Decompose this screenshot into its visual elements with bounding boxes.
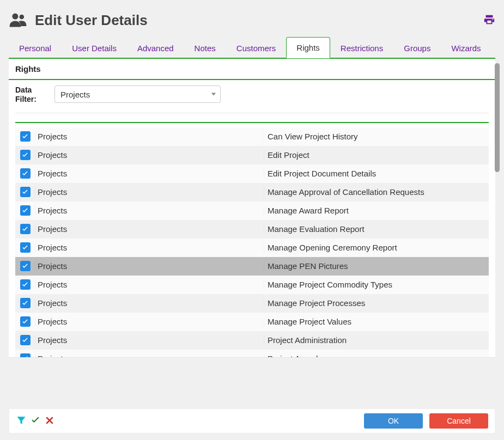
rights-checkbox[interactable]	[20, 242, 31, 253]
rights-category: Projects	[35, 335, 264, 345]
rights-name: Manage Project Commodity Types	[264, 280, 489, 289]
filter-icon[interactable]	[16, 415, 27, 427]
tab-restrictions[interactable]: Restrictions	[330, 38, 393, 58]
page-title: Edit User Details	[35, 12, 148, 29]
rights-name: Manage PEN Pictures	[264, 261, 489, 271]
rights-row[interactable]: ProjectsProject Administration	[15, 331, 489, 350]
tab-customers[interactable]: Customers	[226, 38, 287, 58]
rights-checkbox[interactable]	[20, 353, 31, 357]
rights-name: Edit Project	[264, 150, 489, 160]
rights-row[interactable]: ProjectsManage PEN Pictures	[15, 257, 489, 276]
rights-checkbox[interactable]	[20, 168, 31, 179]
rights-name: Manage Award Report	[264, 206, 489, 215]
print-button[interactable]	[483, 14, 495, 27]
rights-category: Projects	[35, 354, 264, 357]
panel-scroll-thumb[interactable]	[495, 63, 500, 172]
rights-table[interactable]: ProjectsCan View Project HistoryProjects…	[15, 123, 489, 357]
data-filter-value: Projects	[60, 90, 90, 99]
rights-row[interactable]: ProjectsManage Award Report	[15, 201, 489, 220]
rights-name: Can View Project History	[264, 132, 489, 141]
rights-checkbox[interactable]	[20, 205, 31, 216]
rights-checkbox[interactable]	[20, 261, 31, 271]
svg-point-1	[20, 15, 25, 20]
rights-name: Project Administration	[264, 335, 489, 345]
chevron-down-icon	[211, 93, 216, 96]
rights-row[interactable]: ProjectsManage Evaluation Report	[15, 220, 489, 239]
rights-category: Projects	[35, 169, 264, 178]
page-header: Edit User Details	[9, 9, 495, 36]
rights-category: Projects	[35, 298, 264, 308]
panel-scrollbar[interactable]	[495, 63, 500, 319]
svg-point-0	[12, 14, 18, 20]
tabs-bar: PersonalUser DetailsAdvancedNotesCustome…	[9, 36, 495, 59]
cancel-button[interactable]: Cancel	[429, 413, 488, 429]
rights-row[interactable]: ProjectsProject Award	[15, 350, 489, 357]
check-icon[interactable]	[30, 415, 41, 427]
users-icon	[9, 12, 27, 29]
rights-name: Manage Approval of Cancellation Requests	[264, 187, 489, 197]
rights-checkbox[interactable]	[20, 316, 31, 327]
rights-row[interactable]: ProjectsManage Project Values	[15, 313, 489, 331]
rights-name: Edit Project Document Details	[264, 169, 489, 178]
rights-row[interactable]: ProjectsEdit Project	[15, 146, 489, 164]
rights-name: Manage Project Processes	[264, 298, 489, 308]
rights-category: Projects	[35, 317, 264, 326]
rights-checkbox[interactable]	[20, 298, 31, 308]
rights-checkbox[interactable]	[20, 279, 31, 290]
rights-row[interactable]: ProjectsManage Approval of Cancellation …	[15, 183, 489, 201]
ok-button[interactable]: OK	[364, 413, 423, 429]
rights-name: Manage Project Values	[264, 317, 489, 326]
rights-checkbox[interactable]	[20, 224, 31, 234]
rights-row[interactable]: ProjectsCan View Project History	[15, 127, 489, 146]
rights-category: Projects	[35, 132, 264, 141]
rights-panel: Rights Data Filter: Projects ProjectsCan…	[9, 59, 495, 358]
rights-category: Projects	[35, 187, 264, 197]
rights-row[interactable]: ProjectsEdit Project Document Details	[15, 164, 489, 183]
tab-rights[interactable]: Rights	[286, 37, 330, 58]
data-filter-select[interactable]: Projects	[54, 85, 221, 103]
rights-row[interactable]: ProjectsManage Project Commodity Types	[15, 276, 489, 294]
rights-category: Projects	[35, 243, 264, 252]
rights-checkbox[interactable]	[20, 187, 31, 197]
filter-label: Data Filter:	[15, 85, 46, 104]
rights-name: Manage Opening Ceremony Report	[264, 243, 489, 252]
rights-category: Projects	[35, 280, 264, 289]
section-title: Rights	[9, 59, 495, 79]
tab-notes[interactable]: Notes	[184, 38, 226, 58]
rights-name: Manage Evaluation Report	[264, 224, 489, 234]
tab-user-details[interactable]: User Details	[62, 38, 127, 58]
tab-advanced[interactable]: Advanced	[127, 38, 184, 58]
rights-name: Project Award	[264, 354, 489, 357]
rights-row[interactable]: ProjectsManage Opening Ceremony Report	[15, 239, 489, 257]
tab-wizards[interactable]: Wizards	[441, 38, 491, 58]
footer-bar: OK Cancel	[9, 408, 495, 433]
tab-personal[interactable]: Personal	[9, 38, 62, 58]
rights-checkbox[interactable]	[20, 131, 31, 142]
rights-category: Projects	[35, 224, 264, 234]
rights-checkbox[interactable]	[20, 335, 31, 345]
rights-category: Projects	[35, 150, 264, 160]
rights-category: Projects	[35, 261, 264, 271]
rights-row[interactable]: ProjectsManage Project Processes	[15, 294, 489, 313]
tab-groups[interactable]: Groups	[393, 38, 441, 58]
rights-category: Projects	[35, 206, 264, 215]
rights-checkbox[interactable]	[20, 150, 31, 160]
close-icon[interactable]	[44, 415, 55, 427]
